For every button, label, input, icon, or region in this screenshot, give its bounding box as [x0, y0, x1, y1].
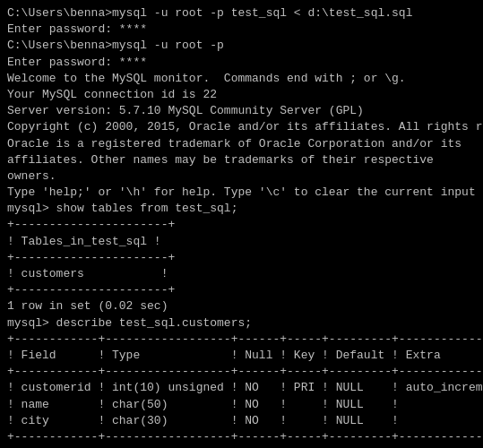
terminal-line-30: ! customerid ! int(10) unsigned ! NO ! P… [7, 380, 476, 396]
terminal-line-7: Your MySQL connection id is 22 [7, 87, 476, 103]
terminal-line-29: +------------+------------------+------+… [7, 364, 476, 380]
terminal-line-28: ! Field ! Type ! Null ! Key ! Default ! … [7, 348, 476, 364]
terminal-line-27: +------------+------------------+------+… [7, 332, 476, 348]
terminal-line-13: affiliates. Other names may be trademark… [7, 152, 476, 168]
terminal-line-18: mysql> show tables from test_sql; [7, 201, 476, 217]
terminal-line-12: Oracle is a registered trademark of Orac… [7, 136, 476, 152]
terminal-line-22: ! customers ! [7, 266, 476, 282]
terminal-line-32: ! city ! char(30) ! NO ! ! NULL ! ! [7, 413, 476, 429]
terminal-line-23: +----------------------+ [7, 282, 476, 298]
terminal-line-6: Welcome to the MySQL monitor. Commands e… [7, 71, 476, 87]
terminal-line-24: 1 row in set (0.02 sec) [7, 298, 476, 314]
terminal-line-14: owners. [7, 168, 476, 185]
terminal-line-5: Enter password: **** [7, 55, 476, 71]
terminal-line-2: Enter password: **** [7, 22, 476, 38]
terminal-line-4: C:\Users\benna>mysql -u root -p [7, 38, 476, 54]
terminal-line-1: C:\Users\benna>mysql -u root -p test_sql… [7, 5, 476, 22]
terminal-line-8: Server version: 5.7.10 MySQL Community S… [7, 103, 476, 119]
terminal-line-31: ! name ! char(50) ! NO ! ! NULL ! ! [7, 397, 476, 413]
terminal-line-20: ! Tables_in_test_sql ! [7, 234, 476, 250]
terminal-line-33: +------------+------------------+------+… [7, 429, 476, 445]
terminal-line-26: mysql> describe test_sql.customers; [7, 315, 476, 332]
terminal-line-21: +----------------------+ [7, 250, 476, 266]
terminal-window: C:\Users\benna>mysql -u root -p test_sql… [7, 5, 476, 448]
terminal-line-19: +----------------------+ [7, 217, 476, 233]
terminal-line-16: Type 'help;' or '\h' for help. Type '\c'… [7, 185, 476, 201]
terminal-line-10: Copyright (c) 2000, 2015, Oracle and/or … [7, 119, 476, 135]
